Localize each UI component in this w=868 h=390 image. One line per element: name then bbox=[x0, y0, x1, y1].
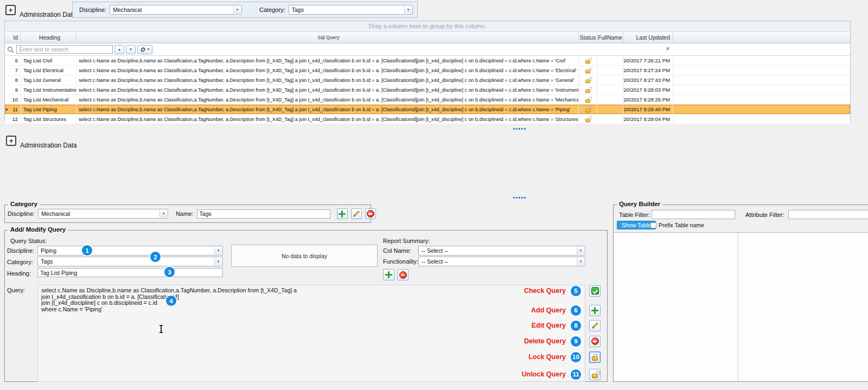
pencil-icon bbox=[353, 210, 360, 218]
pencil-icon bbox=[591, 322, 599, 329]
check-icon-button[interactable] bbox=[589, 285, 601, 297]
add-query-button[interactable]: Add Query6 bbox=[531, 304, 601, 316]
cell-filler bbox=[673, 75, 850, 85]
expand-section-button[interactable]: + bbox=[5, 5, 16, 15]
cell-filler bbox=[673, 114, 850, 124]
minus-circle-icon bbox=[591, 337, 599, 345]
unlock-query-button[interactable]: Unlock Query11 bbox=[522, 368, 601, 380]
pencil-icon-button[interactable] bbox=[589, 320, 601, 331]
table-row[interactable]: 7Tag List Electricalselect c.Name as Dis… bbox=[5, 66, 850, 75]
plus-icon-button[interactable] bbox=[589, 305, 601, 316]
discipline-value: Mechanical bbox=[113, 7, 142, 13]
table-row[interactable]: 12Tag List Structuresselect c.Name as Di… bbox=[5, 114, 850, 124]
splitter-handle[interactable] bbox=[513, 128, 526, 130]
cell-sql: select c.Name as Discipline,b.name as Cl… bbox=[76, 75, 579, 85]
cell-fullname bbox=[597, 105, 623, 114]
unlock-icon-button[interactable] bbox=[589, 369, 601, 380]
delete-query-button[interactable]: Delete Query9 bbox=[524, 335, 601, 347]
action-label[interactable]: Add Query bbox=[531, 306, 566, 314]
cell-filler bbox=[673, 66, 850, 75]
cell-id: ▸11 bbox=[5, 105, 21, 114]
column-header-fullname[interactable]: FullName bbox=[597, 32, 623, 43]
action-label[interactable]: Lock Query bbox=[528, 353, 566, 361]
up-arrow-icon: ▲ bbox=[118, 48, 121, 51]
close-search-icon[interactable]: × bbox=[666, 44, 670, 53]
action-label[interactable]: Edit Query bbox=[532, 322, 566, 329]
category-discipline-label: Discipline: bbox=[8, 210, 35, 217]
action-label[interactable]: Check Query bbox=[524, 287, 566, 295]
category-combobox[interactable]: Tags ▼ bbox=[289, 5, 413, 15]
query-heading-input[interactable] bbox=[37, 268, 223, 277]
table-row[interactable]: ▸11Tag List Pipingselect c.Name as Disci… bbox=[5, 105, 850, 114]
add-summary-button[interactable] bbox=[383, 269, 394, 280]
edit-category-button[interactable] bbox=[351, 208, 362, 219]
cell-heading: Tag List Instrumentation bbox=[21, 85, 76, 94]
query-category-combobox[interactable]: Tags ▼ bbox=[37, 257, 223, 266]
table-row[interactable]: 8Tag List Generalselect c.Name as Discip… bbox=[5, 75, 850, 85]
chevron-down-icon[interactable]: ▼ bbox=[233, 6, 241, 14]
functionality-value: -- Select -- bbox=[422, 258, 448, 265]
action-label[interactable]: Delete Query bbox=[524, 337, 566, 345]
cell-status bbox=[579, 105, 597, 114]
cell-heading: Tag List Civil bbox=[21, 56, 76, 65]
column-header-last-updated[interactable]: Last Updated bbox=[623, 32, 673, 43]
column-header-id[interactable]: Id bbox=[5, 32, 21, 43]
group-by-bar[interactable]: Drag a column here to group by this colu… bbox=[5, 21, 850, 32]
add-category-button[interactable] bbox=[337, 208, 348, 219]
attribute-filter-input[interactable] bbox=[788, 210, 868, 219]
step-badge: 9 bbox=[571, 336, 581, 347]
search-options-button[interactable]: ▼ bbox=[137, 45, 152, 54]
edit-query-button[interactable]: Edit Query8 bbox=[532, 319, 601, 331]
query-category-label: Category: bbox=[7, 259, 33, 265]
step-badge: 5 bbox=[571, 286, 581, 296]
cell-fullname bbox=[597, 95, 623, 104]
prefix-table-checkbox[interactable] bbox=[650, 222, 656, 228]
action-label[interactable]: Unlock Query bbox=[522, 370, 566, 378]
prefix-table-label: Prefix Table name bbox=[659, 222, 704, 228]
gear-icon bbox=[140, 47, 146, 53]
chevron-down-icon[interactable]: ▼ bbox=[214, 247, 222, 254]
table-row[interactable]: 6Tag List Civilselect c.Name as Discipli… bbox=[5, 56, 850, 66]
lock-icon-button[interactable] bbox=[589, 351, 601, 363]
discipline-combobox[interactable]: Mechanical ▼ bbox=[110, 5, 242, 15]
cell-id: 8 bbox=[5, 75, 21, 85]
query-discipline-combobox[interactable]: Piping ▼ bbox=[37, 246, 223, 255]
unlock-icon bbox=[585, 99, 590, 103]
cell-heading: Tag List Mechanical bbox=[21, 95, 76, 104]
section-title-2: Administration Data bbox=[20, 142, 77, 149]
search-next-button[interactable]: ▼ bbox=[126, 45, 136, 54]
query-actions: Check Query5Add Query6Edit Query8Delete … bbox=[470, 231, 601, 381]
lock-query-button[interactable]: Lock Query10 bbox=[528, 351, 601, 363]
table-filter-input[interactable] bbox=[652, 210, 735, 219]
chevron-down-icon[interactable]: ▼ bbox=[214, 258, 222, 265]
unlock-icon bbox=[585, 109, 590, 113]
col-name-label: Col Name: bbox=[383, 247, 411, 254]
expand-section-button-2[interactable]: + bbox=[6, 136, 16, 146]
column-header-sql-query[interactable]: Sql Query bbox=[76, 32, 579, 43]
minus-circle-icon bbox=[399, 271, 407, 279]
chevron-down-icon[interactable]: ▼ bbox=[404, 6, 412, 14]
chevron-down-icon[interactable]: ▼ bbox=[159, 210, 167, 218]
cell-heading: Tag List Piping bbox=[21, 105, 76, 114]
col-name-value: -- Select -- bbox=[422, 247, 448, 254]
query-builder-legend: Query Builder bbox=[617, 201, 662, 207]
search-prev-button[interactable]: ▲ bbox=[114, 45, 124, 54]
category-discipline-combobox[interactable]: Mechanical ▼ bbox=[38, 209, 168, 219]
table-row[interactable]: 10Tag List Mechanicalselect c.Name as Di… bbox=[5, 95, 850, 105]
check-query-button[interactable]: Check Query5 bbox=[524, 285, 601, 297]
category-legend: Category bbox=[8, 201, 40, 207]
delete-category-button[interactable] bbox=[365, 208, 376, 219]
cell-filler bbox=[673, 105, 850, 114]
table-row[interactable]: 9Tag List Instrumentationselect c.Name a… bbox=[5, 85, 850, 95]
search-input[interactable] bbox=[16, 45, 113, 54]
column-header-filler bbox=[673, 32, 850, 43]
column-header-status[interactable]: Status bbox=[579, 32, 597, 43]
grid-header: Id Heading Sql Query Status FullName Las… bbox=[5, 32, 850, 43]
column-header-heading[interactable]: Heading bbox=[21, 32, 76, 43]
plus-icon bbox=[385, 271, 392, 278]
splitter-handle[interactable] bbox=[513, 197, 526, 199]
cell-status bbox=[579, 85, 597, 94]
delete-summary-button[interactable] bbox=[397, 269, 409, 280]
category-name-input[interactable] bbox=[197, 209, 330, 219]
minus-icon-button[interactable] bbox=[589, 336, 601, 347]
